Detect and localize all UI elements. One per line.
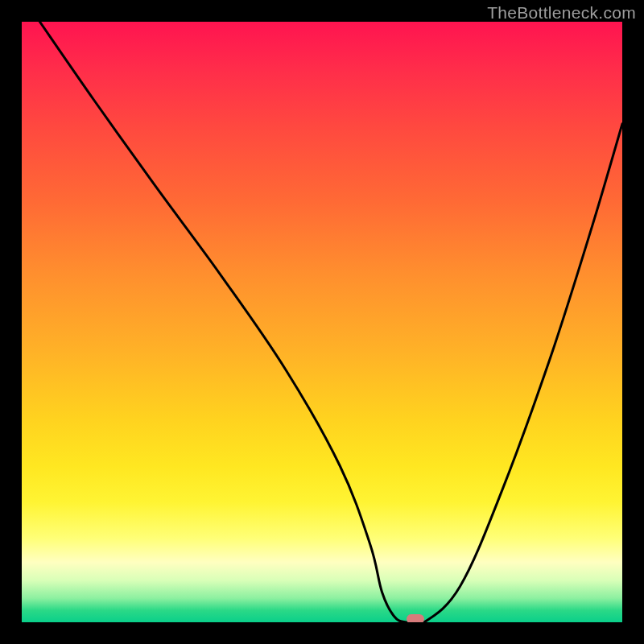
- optimal-marker: [407, 614, 424, 622]
- plot-area: [22, 22, 622, 622]
- bottleneck-curve: [39, 22, 622, 622]
- curve-layer: [22, 22, 622, 622]
- chart-frame: TheBottleneck.com: [0, 0, 644, 644]
- watermark-text: TheBottleneck.com: [487, 3, 636, 23]
